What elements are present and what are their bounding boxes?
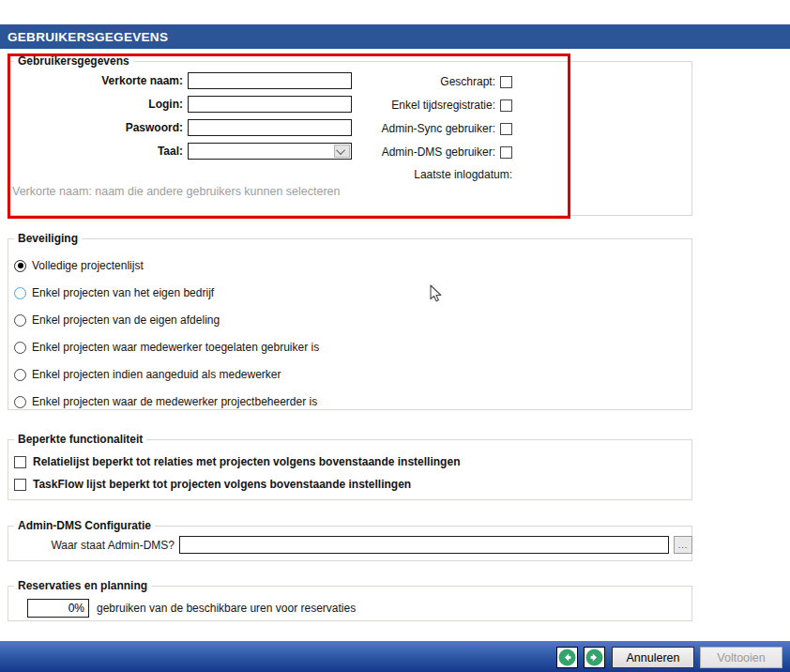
reservation-description: gebruiken van de beschikbare uren voor r… — [97, 602, 356, 615]
dms-config-groupbox: Admin-DMS Configuratie Waar staat Admin-… — [8, 526, 692, 561]
dialog-title-bar: GEBRUIKERSGEGEVENS — [0, 24, 790, 49]
user-data-legend: Gebruikersgegevens — [14, 54, 133, 68]
admin-dms-label: Admin-DMS gebruiker: — [382, 145, 495, 159]
relatielijst-row: Relatielijst beperkt tot relaties met pr… — [14, 454, 460, 469]
gebruikersgegevens-dialog: GEBRUIKERSGEGEVENS Gebruikersgegevens Ve… — [0, 0, 790, 672]
radio-label: Enkel projecten waar medewerker toegelat… — [32, 341, 319, 354]
laatste-inlogdatum-label: Laatste inlogdatum: — [414, 168, 512, 181]
aangeduid-medewerker-row: Enkel projecten indien aangeduid als med… — [14, 367, 281, 382]
projectbeheerder-radio[interactable] — [14, 396, 26, 408]
verkorte-naam-hint: Verkorte naam: naam die andere gebruiker… — [12, 185, 341, 198]
tijdsregistratie-label: Enkel tijdsregistratie: — [391, 99, 495, 112]
reservations-row: gebruiken van de beschikbare uren voor r… — [27, 599, 356, 618]
radio-label: Enkel projecten van de eigen afdeling — [32, 313, 220, 327]
radio-label: Enkel projecten van het eigen bedrijf — [32, 286, 214, 299]
cancel-button[interactable]: Annuleren — [612, 647, 694, 668]
reservations-groupbox: Reservaties en planning gebruiken van de… — [8, 586, 692, 621]
admin-sync-checkbox[interactable] — [500, 123, 512, 135]
admin-dms-checkbox[interactable] — [500, 146, 512, 159]
eigen-afdeling-radio[interactable] — [14, 314, 26, 327]
dms-config-legend: Admin-DMS Configuratie — [14, 519, 155, 532]
radio-label: Volledige projectenlijst — [32, 259, 144, 272]
admin-dms-row: Admin-DMS gebruiker: — [8, 145, 512, 160]
arrow-left-icon — [558, 649, 576, 666]
dms-location-label: Waar staat Admin-DMS? — [8, 539, 179, 552]
reservation-percentage-input[interactable] — [27, 599, 89, 618]
taskflow-row: TaskFlow lijst beperkt tot projecten vol… — [14, 477, 411, 492]
security-legend: Beveiliging — [14, 232, 82, 245]
page-title: GEBRUIKERSGEGEVENS — [8, 30, 168, 44]
browse-button[interactable]: ... — [674, 536, 692, 554]
relatielijst-label: Relatielijst beperkt tot relaties met pr… — [33, 455, 460, 468]
volledige-projectenlijst-row: Volledige projectenlijst — [14, 258, 144, 273]
geschrapt-row: Geschrapt: — [8, 74, 512, 89]
toegelaten-gebruiker-radio[interactable] — [14, 342, 26, 354]
back-button[interactable] — [556, 647, 578, 668]
admin-sync-label: Admin-Sync gebruiker: — [382, 122, 495, 135]
dms-location-row: Waar staat Admin-DMS? ... — [8, 536, 692, 554]
user-data-groupbox: Gebruikersgegevens Verkorte naam: Login:… — [8, 61, 692, 216]
finish-button: Voltooien — [700, 647, 782, 668]
toegelaten-gebruiker-row: Enkel projecten waar medewerker toegelat… — [14, 340, 319, 355]
restrictions-legend: Beperkte functionaliteit — [14, 433, 146, 446]
taskflow-label: TaskFlow lijst beperkt tot projecten vol… — [33, 478, 411, 491]
admin-sync-row: Admin-Sync gebruiker: — [8, 121, 512, 136]
reservations-legend: Reservaties en planning — [14, 579, 151, 592]
projectbeheerder-row: Enkel projecten waar de medewerker proje… — [14, 394, 317, 409]
volledige-projectenlijst-radio[interactable] — [14, 260, 26, 272]
tijdsregistratie-row: Enkel tijdsregistratie: — [8, 98, 512, 113]
aangeduid-medewerker-radio[interactable] — [14, 369, 26, 381]
restrictions-groupbox: Beperkte functionaliteit Relatielijst be… — [8, 439, 692, 500]
next-button[interactable] — [584, 647, 605, 668]
eigen-bedrijf-radio[interactable] — [14, 287, 26, 299]
dms-location-input[interactable] — [179, 536, 669, 554]
security-groupbox: Beveiliging Volledige projectenlijst Enk… — [8, 238, 692, 410]
geschrapt-label: Geschrapt: — [440, 75, 495, 88]
eigen-afdeling-row: Enkel projecten van de eigen afdeling — [14, 313, 220, 328]
radio-label: Enkel projecten indien aangeduid als med… — [32, 368, 281, 381]
laatste-inlogdatum-row: Laatste inlogdatum: — [8, 167, 512, 182]
tijdsregistratie-checkbox[interactable] — [500, 99, 512, 112]
relatielijst-checkbox[interactable] — [14, 456, 26, 468]
eigen-bedrijf-row: Enkel projecten van het eigen bedrijf — [14, 285, 214, 300]
footer-bar: Annuleren Voltooien — [0, 641, 790, 672]
arrow-right-icon — [585, 649, 603, 666]
radio-label: Enkel projecten waar de medewerker proje… — [32, 395, 317, 408]
taskflow-checkbox[interactable] — [14, 479, 26, 491]
geschrapt-checkbox[interactable] — [500, 76, 512, 88]
